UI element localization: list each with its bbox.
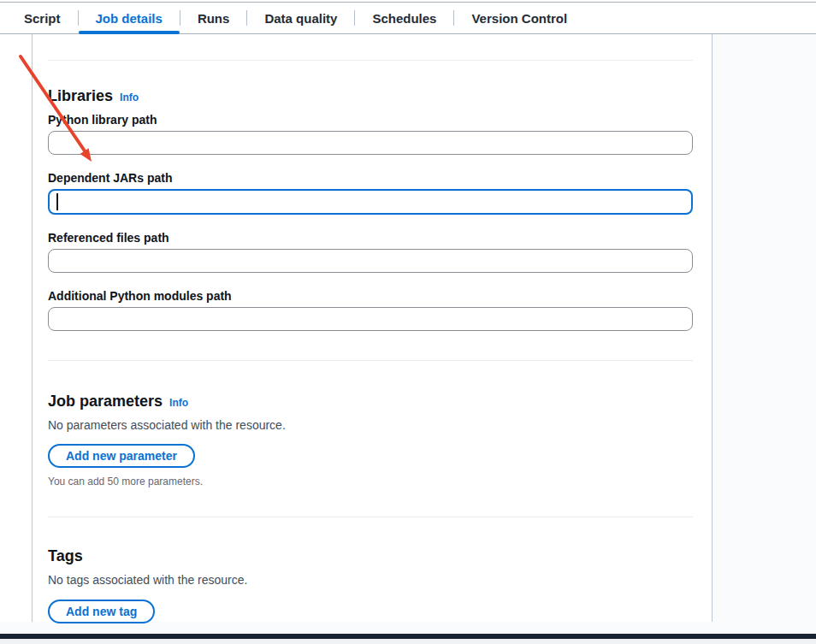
- bottom-edge: [0, 639, 816, 644]
- job-parameters-heading: Job parameters: [48, 392, 163, 411]
- dependent-jars-path-input[interactable]: [48, 189, 693, 215]
- job-parameters-info-link[interactable]: Info: [169, 397, 188, 409]
- tab-version-control[interactable]: Version Control: [454, 3, 584, 33]
- additional-python-modules-path-field: [48, 307, 693, 331]
- referenced-files-path-field: [48, 249, 693, 273]
- right-gutter: [713, 34, 816, 622]
- job-tabs: Script Job details Runs Data quality Sch…: [0, 3, 816, 34]
- libraries-heading: Libraries: [48, 86, 113, 105]
- python-library-path-label: Python library path: [48, 112, 693, 127]
- python-library-path-input[interactable]: [48, 131, 693, 155]
- tab-runs[interactable]: Runs: [180, 3, 247, 33]
- tab-data-quality[interactable]: Data quality: [247, 3, 354, 33]
- additional-python-modules-path-label: Additional Python modules path: [48, 288, 693, 304]
- referenced-files-path-label: Referenced files path: [48, 230, 693, 245]
- tags-empty-text: No tags associated with the resource.: [48, 571, 693, 588]
- libraries-info-link[interactable]: Info: [120, 92, 139, 103]
- tab-job-details[interactable]: Job details: [79, 3, 180, 33]
- section-divider: [48, 360, 693, 361]
- tab-schedules[interactable]: Schedules: [355, 3, 453, 33]
- job-parameters-empty-text: No parameters associated with the resour…: [48, 417, 693, 434]
- dependent-jars-path-field: [48, 189, 693, 215]
- job-details-panel: Libraries Info Python library path Depen…: [32, 34, 713, 622]
- section-divider: [48, 517, 693, 517]
- tags-heading: Tags: [48, 547, 83, 565]
- text-cursor-caret: [56, 193, 58, 210]
- tab-script[interactable]: Script: [7, 3, 78, 33]
- python-library-path-field: [48, 131, 693, 155]
- referenced-files-path-input[interactable]: [48, 249, 693, 273]
- job-parameters-hint-text: You can add 50 more parameters.: [48, 475, 693, 488]
- section-divider: [48, 60, 693, 61]
- dependent-jars-path-label: Dependent JARs path: [48, 170, 693, 186]
- left-gutter: [0, 34, 32, 622]
- bottom-spacer: [0, 622, 816, 634]
- additional-python-modules-path-input[interactable]: [48, 307, 693, 331]
- add-new-parameter-button[interactable]: Add new parameter: [48, 444, 195, 468]
- add-new-tag-button[interactable]: Add new tag: [48, 600, 155, 623]
